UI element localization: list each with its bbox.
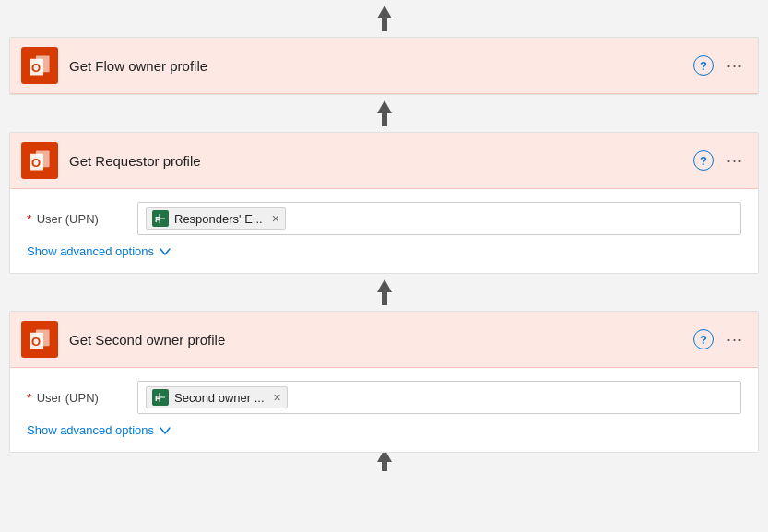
svg-marker-20 bbox=[377, 453, 392, 471]
office-icon-second-owner: O bbox=[21, 321, 58, 358]
connector-arrow-top bbox=[377, 0, 392, 37]
chip-text-requestor: Responders' E... bbox=[174, 212, 263, 226]
card-second-owner-title: Get Second owner profile bbox=[69, 332, 693, 348]
svg-text:O: O bbox=[31, 61, 41, 75]
upn-input-second-owner[interactable]: F Second owner ... × bbox=[137, 381, 741, 414]
help-button-requestor[interactable]: ? bbox=[693, 150, 714, 171]
help-button-second-owner[interactable]: ? bbox=[693, 329, 714, 349]
more-button-requestor[interactable]: ··· bbox=[723, 151, 747, 171]
chip-close-requestor[interactable]: × bbox=[272, 212, 279, 225]
card-second-owner-actions: ? ··· bbox=[693, 329, 747, 349]
show-advanced-second-owner[interactable]: Show advanced options bbox=[27, 423, 171, 437]
svg-text:O: O bbox=[31, 156, 41, 170]
card-second-owner: O Get Second owner profile ? ··· * User … bbox=[9, 311, 759, 453]
upn-field-row-second-owner: * User (UPN) F Second owne bbox=[27, 381, 741, 414]
svg-text:O: O bbox=[31, 335, 41, 349]
token-chip-second-owner: F Second owner ... × bbox=[146, 386, 288, 408]
required-star-second-owner: * bbox=[27, 391, 31, 405]
upn-input-requestor[interactable]: F Responders' E... × bbox=[137, 202, 741, 235]
connector-arrow-2 bbox=[377, 274, 392, 311]
card-flow-owner: O Get Flow owner profile ? ··· bbox=[9, 37, 759, 95]
card-flow-owner-header: O Get Flow owner profile ? ··· bbox=[10, 38, 758, 94]
card-requestor-header: O Get Requestor profile ? ··· bbox=[10, 133, 758, 189]
flow-canvas: O Get Flow owner profile ? ··· O bbox=[0, 0, 768, 490]
token-chip-requestor: F Responders' E... × bbox=[146, 207, 286, 230]
more-button-flow-owner[interactable]: ··· bbox=[723, 56, 747, 76]
card-requestor-title: Get Requestor profile bbox=[69, 153, 693, 169]
office-icon-flow-owner: O bbox=[21, 47, 58, 84]
svg-marker-0 bbox=[377, 6, 392, 31]
chip-close-second-owner[interactable]: × bbox=[274, 391, 281, 404]
chip-icon-requestor: F bbox=[152, 210, 169, 227]
office-icon-requestor: O bbox=[21, 142, 58, 179]
upn-field-row-requestor: * User (UPN) F Responders' bbox=[27, 202, 741, 235]
card-requestor-body: * User (UPN) F Responders' bbox=[10, 189, 758, 273]
svg-marker-12 bbox=[377, 279, 392, 305]
chip-text-second-owner: Second owner ... bbox=[174, 391, 265, 405]
more-button-second-owner[interactable]: ··· bbox=[723, 330, 747, 349]
help-button-flow-owner[interactable]: ? bbox=[693, 55, 714, 76]
card-requestor-actions: ? ··· bbox=[693, 150, 747, 171]
card-second-owner-header: O Get Second owner profile ? ··· bbox=[10, 312, 758, 368]
card-second-owner-body: * User (UPN) F Second owne bbox=[10, 368, 758, 452]
chip-icon-second-owner: F bbox=[152, 389, 169, 406]
connector-arrow-bottom bbox=[377, 453, 392, 471]
card-flow-owner-actions: ? ··· bbox=[693, 55, 747, 76]
svg-marker-4 bbox=[377, 100, 392, 126]
connector-arrow-1 bbox=[377, 95, 392, 132]
upn-label-requestor: * User (UPN) bbox=[27, 212, 137, 226]
card-flow-owner-title: Get Flow owner profile bbox=[69, 58, 693, 74]
required-star-requestor: * bbox=[27, 212, 31, 226]
upn-label-second-owner: * User (UPN) bbox=[27, 391, 137, 405]
card-requestor: O Get Requestor profile ? ··· * User (UP… bbox=[9, 132, 759, 274]
show-advanced-requestor[interactable]: Show advanced options bbox=[27, 244, 171, 258]
